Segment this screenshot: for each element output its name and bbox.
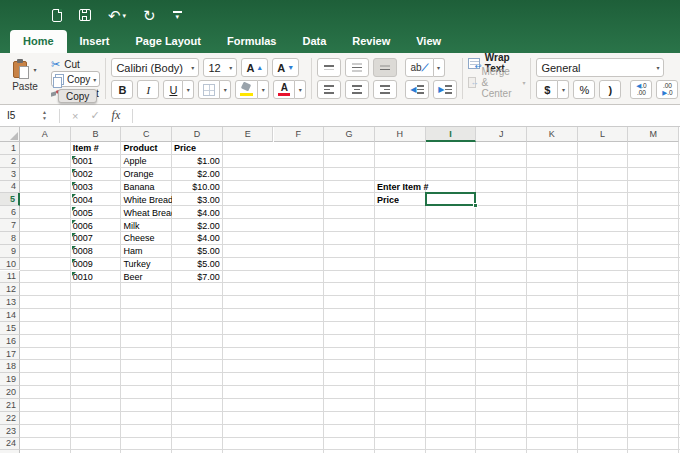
cell-D8[interactable]: $4.00 — [172, 232, 223, 245]
row-header-5[interactable]: 5 — [0, 193, 20, 206]
copy-dropdown-icon[interactable]: ▾ — [93, 76, 96, 83]
row-header-3[interactable]: 3 — [0, 168, 20, 181]
cell-D11[interactable]: $7.00 — [172, 271, 223, 284]
increase-decimal-button[interactable]: ◀.0 .00 — [630, 80, 652, 99]
cell-C10[interactable]: Turkey — [121, 258, 172, 271]
col-header-M[interactable]: M — [628, 127, 679, 142]
align-center-button[interactable] — [345, 80, 369, 99]
borders-dropdown-icon[interactable]: ▾ — [220, 80, 231, 99]
col-header-B[interactable]: B — [71, 127, 122, 142]
font-size-select[interactable]: 12 ▾ — [203, 58, 237, 77]
tab-page-layout[interactable]: Page Layout — [123, 30, 214, 53]
font-color-dropdown-icon[interactable]: ▾ — [295, 80, 306, 99]
cell-C9[interactable]: Ham — [121, 245, 172, 258]
row-header-21[interactable]: 21 — [0, 399, 20, 412]
cell-C7[interactable]: Milk — [121, 219, 172, 232]
cell-D2[interactable]: $1.00 — [172, 155, 223, 168]
row-header-10[interactable]: 10 — [0, 258, 20, 271]
align-left-button[interactable] — [317, 80, 341, 99]
cell-B6[interactable]: 0005 — [71, 206, 122, 219]
row-header-17[interactable]: 17 — [0, 348, 20, 361]
col-header-E[interactable]: E — [223, 127, 274, 142]
customize-toolbar-button[interactable]: ▾ — [173, 11, 182, 19]
row-header-20[interactable]: 20 — [0, 386, 20, 399]
decrease-indent-button[interactable]: ◀ — [405, 80, 429, 99]
redo-button[interactable]: ↻ — [143, 8, 156, 23]
align-bottom-button[interactable] — [373, 58, 397, 77]
fill-color-button[interactable]: ▾ — [235, 80, 269, 99]
name-box[interactable]: I5 — [0, 110, 42, 121]
row-header-22[interactable]: 22 — [0, 412, 20, 425]
align-top-button[interactable] — [317, 58, 341, 77]
row-header-6[interactable]: 6 — [0, 206, 20, 219]
row-header-9[interactable]: 9 — [0, 245, 20, 258]
row-header-8[interactable]: 8 — [0, 232, 20, 245]
number-format-select[interactable]: General ▾ — [536, 58, 664, 77]
row-header-18[interactable]: 18 — [0, 360, 20, 373]
cell-D7[interactable]: $2.00 — [172, 219, 223, 232]
merge-center-button[interactable]: ↔ Merge & Center ▾ — [468, 74, 525, 90]
cell-B10[interactable]: 0009 — [71, 258, 122, 271]
currency-dropdown-icon[interactable]: ▾ — [558, 80, 569, 99]
cell-C4[interactable]: Banana — [121, 181, 172, 194]
col-header-I[interactable]: I — [426, 127, 477, 142]
cell-C1[interactable]: Product — [121, 142, 172, 155]
row-header-13[interactable]: 13 — [0, 296, 20, 309]
cell-C6[interactable]: Wheat Bread — [121, 206, 172, 219]
copy-button[interactable]: Copy ▾ — [51, 72, 100, 87]
comma-style-button[interactable]: ) — [599, 80, 621, 99]
row-header-19[interactable]: 19 — [0, 373, 20, 386]
col-header-D[interactable]: D — [172, 127, 223, 142]
row-header-15[interactable]: 15 — [0, 322, 20, 335]
col-header-H[interactable]: H — [375, 127, 426, 142]
grow-font-button[interactable]: A▲ — [241, 58, 268, 77]
font-name-select[interactable]: Calibri (Body) ▾ — [111, 58, 199, 77]
col-header-A[interactable]: A — [20, 127, 71, 142]
cell-D6[interactable]: $4.00 — [172, 206, 223, 219]
orientation-button[interactable]: ab⟋ ▾ — [405, 58, 444, 77]
fill-handle[interactable] — [473, 203, 478, 208]
row-header-1[interactable]: 1 — [0, 142, 20, 155]
col-header-K[interactable]: K — [527, 127, 578, 142]
col-header-G[interactable]: G — [324, 127, 375, 142]
row-header-12[interactable]: 12 — [0, 283, 20, 296]
orientation-dropdown-icon[interactable]: ▾ — [434, 58, 445, 77]
row-header-14[interactable]: 14 — [0, 309, 20, 322]
cancel-icon[interactable]: × — [72, 110, 78, 122]
cell-B11[interactable]: 0010 — [71, 271, 122, 284]
fill-color-dropdown-icon[interactable]: ▾ — [258, 80, 269, 99]
cell-D5[interactable]: $3.00 — [172, 193, 223, 206]
row-header-16[interactable]: 16 — [0, 335, 20, 348]
cell-D1[interactable]: Price — [172, 142, 223, 155]
cell-B9[interactable]: 0008 — [71, 245, 122, 258]
cell-B8[interactable]: 0007 — [71, 232, 122, 245]
row-header-2[interactable]: 2 — [0, 155, 20, 168]
cell-H4[interactable]: Enter Item # — [375, 181, 426, 194]
cell-B5[interactable]: 0004 — [71, 193, 122, 206]
cell-C11[interactable]: Beer — [121, 271, 172, 284]
cell-C8[interactable]: Cheese — [121, 232, 172, 245]
save-icon[interactable] — [79, 9, 91, 21]
cell-C2[interactable]: Apple — [121, 155, 172, 168]
italic-button[interactable]: I — [137, 80, 159, 99]
underline-button[interactable]: U ▾ — [163, 80, 194, 99]
row-header-7[interactable]: 7 — [0, 219, 20, 232]
underline-dropdown-icon[interactable]: ▾ — [183, 80, 194, 99]
insert-function-icon[interactable]: fx — [112, 108, 121, 123]
cell-D3[interactable]: $2.00 — [172, 168, 223, 181]
undo-button[interactable]: ↶▾ — [108, 8, 126, 23]
cell-C5[interactable]: White Bread — [121, 193, 172, 206]
enter-icon[interactable]: ✓ — [90, 109, 99, 122]
align-middle-button[interactable] — [345, 58, 369, 77]
row-header-23[interactable]: 23 — [0, 425, 20, 438]
currency-button[interactable]: $ ▾ — [536, 80, 569, 99]
tab-insert[interactable]: Insert — [67, 30, 123, 53]
decrease-decimal-button[interactable]: .00 ▶.0 — [656, 80, 678, 99]
cell-C3[interactable]: Orange — [121, 168, 172, 181]
active-cell-selection[interactable] — [425, 192, 477, 206]
tab-data[interactable]: Data — [289, 30, 339, 53]
percent-button[interactable]: % — [573, 80, 595, 99]
row-header-24[interactable]: 24 — [0, 438, 20, 451]
tab-review[interactable]: Review — [339, 30, 403, 53]
cell-B4[interactable]: 0003 — [71, 181, 122, 194]
